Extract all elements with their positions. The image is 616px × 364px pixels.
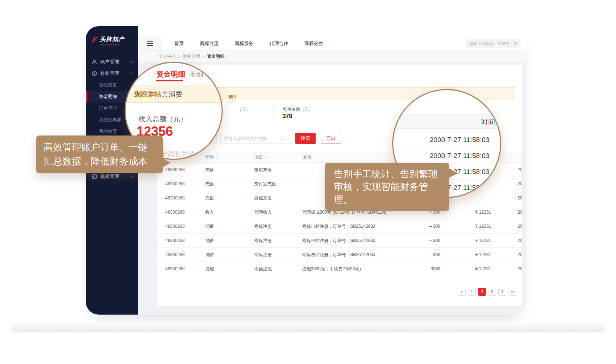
cell-project: 支付宝充值: [254, 181, 276, 187]
cell-order: 48330268: [165, 252, 185, 257]
nav-agent-cooperation[interactable]: 代理合作: [270, 40, 288, 47]
page: F 头牌知产 账户管理: [0, 0, 616, 364]
table-row: 48330268 消费 商标注册 商标自助注册，订单号：SB2514263J –…: [157, 248, 522, 262]
cell-balance: ¥ 12231: [451, 252, 491, 257]
global-search-input[interactable]: [466, 39, 520, 48]
cell-project: 微信充值: [254, 167, 272, 173]
callout-right-line: 审核，实现智能财务管: [334, 181, 441, 193]
nav-home[interactable]: 首页: [174, 40, 184, 47]
sort-caret-icon: [215, 157, 218, 158]
header-type[interactable]: 类型: [205, 154, 218, 160]
lens-income-label: 收入总额（元）: [139, 114, 187, 124]
cell-type: 充值: [205, 195, 214, 201]
template-icon: [92, 174, 97, 179]
cell-desc: 提现3000元，手续费2%(60元): [302, 266, 361, 272]
cell-project: 微信充值: [254, 195, 272, 201]
sidebar-item-account[interactable]: 账户管理: [86, 56, 138, 68]
cell-project: 商标注册: [254, 238, 272, 244]
cell-amount: – 3060: [408, 266, 440, 271]
cell-time: 2000-7-27 11:58:03: [518, 252, 522, 257]
nav-trademark-classes[interactable]: 商标分类: [304, 40, 323, 47]
cell-order: 48330268: [165, 238, 185, 243]
sidebar-item-label: 财务管理: [100, 70, 127, 77]
lens-time-value: 2000-7-27 11:58:03: [430, 136, 489, 144]
cell-order: 48330268: [165, 167, 185, 172]
calendar-icon[interactable]: [281, 136, 285, 141]
lens-time-header-band: 时间: [392, 114, 501, 129]
pagination: ‹ 1 2 3 4 5: [458, 288, 516, 296]
cell-desc: 商标自助注册，订单号：SB2514263J: [302, 223, 375, 230]
balance-stat-label: 可用余额（元）: [283, 106, 313, 113]
brand-name: 头牌知产: [100, 36, 125, 43]
chevron-down-icon: [130, 174, 134, 178]
cell-project: 商标注册: [254, 252, 272, 258]
lens-tab-underline: [156, 80, 183, 81]
cell-order: 48330268: [165, 224, 185, 229]
sidebar-item-finance[interactable]: 财务管理: [86, 68, 138, 79]
header-desc: 说明: [302, 154, 311, 160]
cell-project: 余额提现: [254, 266, 272, 272]
date-search-input[interactable]: [220, 133, 288, 144]
cell-amount: – 300: [408, 238, 440, 243]
finance-icon: [92, 70, 97, 76]
table-row: 48330268 提现 余额提现 提现3000元，手续费2%(60元) – 30…: [157, 262, 522, 276]
cell-time: 2000-7-27 11:58:03: [518, 210, 522, 215]
breadcrumb: 个人中心 > 财务管理 > 资金明细: [138, 51, 526, 62]
breadcrumb-separator: >: [202, 54, 205, 59]
nav-trademark-services[interactable]: 商标服务: [235, 40, 254, 47]
page-button-active[interactable]: 2: [478, 288, 486, 296]
top-nav: 首页 商标注册 商标服务 代理合作 商标分类: [162, 37, 323, 50]
lens-time-value: 2000-7-27 11:58:03: [430, 152, 489, 160]
table-row: 48330268 消费 商标注册 商标自助注册，订单号：SB2514263J –…: [157, 219, 522, 234]
cell-desc: 商标自助注册，订单号：SB2514263J: [302, 238, 375, 244]
cell-balance: ¥ 12231: [451, 266, 491, 271]
nav-trademark-register[interactable]: 商标注册: [200, 40, 219, 47]
cell-type: 消费: [205, 238, 214, 244]
cell-balance: ¥ 12231: [451, 210, 491, 215]
balance-stat-value: 376: [283, 113, 292, 120]
cell-desc: 商标自助注册，订单号：SB2514263J: [302, 252, 375, 258]
hamburger-icon: [147, 41, 153, 46]
cell-time: 2000-7-27 11:58:03: [518, 266, 522, 271]
menu-toggle-button[interactable]: [138, 37, 162, 50]
callout-left-line: 汇总数据，降低财务成本: [44, 154, 155, 169]
callout-left: 高效管理账户订单、一键 汇总数据，降低财务成本: [36, 136, 163, 173]
cell-order: 48330268: [165, 181, 185, 186]
prev-page-button[interactable]: ‹: [458, 288, 466, 296]
callout-left-line: 高效管理账户订单、一键: [44, 140, 155, 154]
date-filter: [220, 133, 288, 144]
user-icon: [92, 59, 97, 65]
lens-time-header: 时间: [481, 118, 495, 127]
cell-order: 48330268: [165, 266, 185, 271]
cell-type: 充值: [205, 181, 214, 187]
breadcrumb-item[interactable]: 个人中心: [158, 53, 176, 60]
page-button[interactable]: 4: [498, 288, 506, 296]
cell-project: 商标注册: [254, 223, 272, 230]
page-button[interactable]: 3: [488, 288, 496, 296]
export-button[interactable]: 导出: [321, 133, 341, 144]
brand-logo-icon: F: [92, 36, 98, 44]
breadcrumb-item[interactable]: 财务管理: [183, 53, 200, 60]
sort-caret-icon: [264, 157, 267, 158]
middle-stat-label: （元）: [237, 106, 250, 113]
cell-amount: – 300: [408, 224, 440, 229]
stat-divider: [273, 105, 274, 121]
table-row: 48330268 消费 商标注册 商标自助注册，订单号：SB2514263J –…: [157, 234, 522, 248]
page-button[interactable]: 5: [508, 288, 516, 296]
chevron-down-icon: [130, 60, 134, 63]
cell-type: 消费: [205, 252, 214, 258]
page-button[interactable]: 1: [468, 288, 476, 296]
cell-time: 2000-7-27 11:58:03: [518, 181, 522, 186]
laptop-base: [11, 324, 605, 332]
header-project[interactable]: 项目: [254, 154, 267, 160]
callout-arrow-icon: [162, 158, 171, 167]
callout-right: 告别手工统计、告别繁琐 审核，实现智能财务管 理。: [325, 163, 449, 211]
cell-type: 充值: [205, 167, 214, 173]
cell-amount: – 300: [408, 252, 440, 257]
sidebar-item-label: 模板管理: [100, 173, 127, 180]
sidebar-item-label: 账户管理: [100, 58, 127, 65]
search-button[interactable]: 搜索: [295, 133, 316, 144]
cell-order: 48330268: [165, 210, 185, 215]
cell-time: 2000-7-27 11:58:03: [518, 224, 522, 229]
callout-right-line: 告别手工统计、告别繁琐: [334, 168, 441, 181]
